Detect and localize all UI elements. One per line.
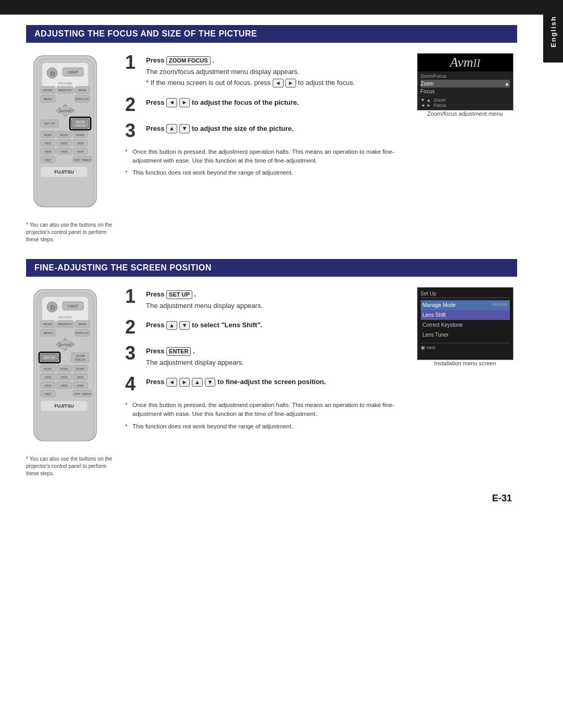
svg-text:VID4: VID4 xyxy=(44,150,52,153)
section1-remote-note: * You can also use the buttons on the pr… xyxy=(26,221,115,243)
section1-note2: This function does not work beyond the r… xyxy=(125,168,402,177)
svg-text:WIDE: WIDE xyxy=(78,89,87,92)
svg-text:VID2: VID2 xyxy=(60,376,68,379)
install-menu-bottom: ▣ next xyxy=(421,343,510,350)
remote2-image: ⏻ LIGHT PICTURE MODE MEMORY WIDE MENU DI… xyxy=(26,287,104,449)
s2-step1-label: Press xyxy=(146,290,164,298)
svg-text:VID1: VID1 xyxy=(44,376,52,379)
s2-step1-sub: The adjustment menu display appears. xyxy=(146,301,402,311)
svg-text:VID6: VID6 xyxy=(77,384,84,387)
section1-header: ADJUSTING THE FOCUS AND SIZE OF THE PICT… xyxy=(26,25,517,43)
down-btn4: ▼ xyxy=(205,378,216,387)
section1-body: ⏻ LIGHT PICTURE MODE MEMORY WIDE MENU DI… xyxy=(26,53,517,243)
svg-text:VID5: VID5 xyxy=(60,384,68,387)
svg-text:VID7: VID7 xyxy=(44,392,52,396)
install-item-managemode: Manage Mode Normal xyxy=(421,300,510,310)
s2-step3-content: Press ENTER . The adjustment display app… xyxy=(146,344,402,367)
svg-text:VID2: VID2 xyxy=(60,142,68,145)
svg-text:SET UP: SET UP xyxy=(44,122,55,125)
step1-num: 1 xyxy=(125,53,140,72)
install-item-lensshift: Lens Shift xyxy=(421,310,510,320)
svg-text:MENU: MENU xyxy=(43,331,53,335)
step3-rest: to adjust the size of the picture. xyxy=(192,125,293,132)
step2-label: Press xyxy=(146,98,164,106)
page-number: E-31 xyxy=(26,493,517,504)
svg-text:VID1: VID1 xyxy=(44,142,52,145)
zoom-menu-title: Zoom/Focus xyxy=(421,73,510,79)
install-menu-title: Set Up xyxy=(421,291,510,298)
step1-label: Press xyxy=(146,56,164,64)
svg-text:LIGHT: LIGHT xyxy=(68,304,79,308)
section2-note1: Once this button is pressed, the adjustm… xyxy=(125,401,402,419)
zoom-menu-label: Zoom/focus adjustment menu xyxy=(427,110,503,117)
svg-text:RGB3: RGB3 xyxy=(76,367,85,371)
step2-rest: to adjust the focus of the picture. xyxy=(192,98,299,106)
svg-text:RGB1: RGB1 xyxy=(44,133,53,137)
svg-text:FOCUS: FOCUS xyxy=(75,124,85,127)
svg-text:PICTURE: PICTURE xyxy=(58,316,72,319)
step1-period: . xyxy=(212,56,214,64)
s2-step2-num: 2 xyxy=(125,318,140,337)
svg-text:OFF TIMER: OFF TIMER xyxy=(74,392,91,396)
up-btn-s2: ▲ xyxy=(166,321,177,330)
svg-text:RGB1: RGB1 xyxy=(44,367,53,371)
section1-step1: 1 Press ZOOM FOCUS . The zoom/focus adju… xyxy=(125,53,402,88)
section2-step3: 3 Press ENTER . The adjustment display a… xyxy=(125,344,402,367)
install-menu-screen: Set Up Manage Mode Normal Lens Shift Cor… xyxy=(417,287,513,360)
zoom-menu-screen: AvmII Zoom/Focus Zoom ▲ Focus ▼ ▲ Zoom ◄… xyxy=(417,53,513,110)
up-btn3: ▲ xyxy=(166,124,177,133)
step2-num: 2 xyxy=(125,95,140,114)
svg-text:DISPLAY: DISPLAY xyxy=(76,97,89,101)
svg-text:SET UP: SET UP xyxy=(44,356,55,359)
s2-step3-num: 3 xyxy=(125,344,140,363)
section2-note2: This function does not work beyond the r… xyxy=(125,422,402,431)
section2-screen-col: Set Up Manage Mode Normal Lens Shift Cor… xyxy=(413,287,517,366)
enter-btn: ENTER xyxy=(166,347,191,356)
section2-remote-col: ⏻ LIGHT PICTURE MODE MEMORY WIDE MENU DI… xyxy=(26,287,115,477)
s2-step4-num: 4 xyxy=(125,375,140,393)
section1-screen-col: AvmII Zoom/Focus Zoom ▲ Focus ▼ ▲ Zoom ◄… xyxy=(413,53,517,117)
svg-text:VID4: VID4 xyxy=(44,384,52,387)
step3-label: Press xyxy=(146,125,164,132)
svg-text:VID5: VID5 xyxy=(60,150,68,153)
right-arrow-btn: ► xyxy=(285,79,296,88)
svg-text:VID7: VID7 xyxy=(44,158,52,162)
section2-step2: 2 Press ▲ ▼ to select "Lens Shift". xyxy=(125,318,402,337)
up-btn4: ▲ xyxy=(192,378,203,387)
svg-text:ZOOM: ZOOM xyxy=(76,120,85,124)
svg-text:RGB3: RGB3 xyxy=(76,133,85,137)
svg-text:VID3: VID3 xyxy=(77,142,84,145)
s2-step1-content: Press SET UP . The adjustment menu displ… xyxy=(146,287,402,311)
section2-remote-note: * You can also use the buttons on the pr… xyxy=(26,455,115,477)
zoom-menu-logo: AvmII xyxy=(418,54,513,71)
section2-body: ⏻ LIGHT PICTURE MODE MEMORY WIDE MENU DI… xyxy=(26,287,517,477)
step1-content: Press ZOOM FOCUS . The zoom/focus adjust… xyxy=(146,53,402,88)
svg-text:LIGHT: LIGHT xyxy=(68,70,79,74)
svg-text:VID3: VID3 xyxy=(77,376,84,379)
svg-text:⏻: ⏻ xyxy=(50,305,55,310)
section2-step4: 4 Press ◄ ► ▲ ▼ to fine-adjust the scree… xyxy=(125,375,402,393)
svg-text:DISPLAY: DISPLAY xyxy=(76,331,89,335)
zoom-row1: Zoom ▲ xyxy=(421,80,510,88)
section2-notes: Once this button is pressed, the adjustm… xyxy=(125,401,402,431)
section1-steps: 1 Press ZOOM FOCUS . The zoom/focus adju… xyxy=(125,53,402,180)
svg-text:FOCUS: FOCUS xyxy=(75,358,85,361)
down-btn3: ▼ xyxy=(179,124,190,133)
svg-text:MODE: MODE xyxy=(43,89,53,92)
s2-step2-label: Press xyxy=(146,321,164,329)
svg-text:ZOOM: ZOOM xyxy=(76,354,85,357)
section1-notes: Once this button is pressed, the adjustm… xyxy=(125,147,402,178)
svg-text:MEMORY: MEMORY xyxy=(58,323,72,326)
svg-text:MODE: MODE xyxy=(43,323,53,326)
zoom-focus-btn: ZOOM FOCUS xyxy=(166,56,211,65)
svg-text:ENTER: ENTER xyxy=(60,343,71,347)
step1-sub2: * If the menu screen is out of focus, pr… xyxy=(146,78,402,88)
step2-content: Press ◄ ► to adjust the focus of the pic… xyxy=(146,95,402,108)
logo-text: AvmII xyxy=(450,55,480,70)
english-tab: English xyxy=(543,0,563,63)
s2-step4-content: Press ◄ ► ▲ ▼ to fine-adjust the screen … xyxy=(146,375,402,387)
svg-text:PICTURE: PICTURE xyxy=(58,82,72,85)
zoom-menu-footer: Zoom/Focus Zoom ▲ Focus ▼ ▲ Zoom ◄ ► Foc… xyxy=(418,71,513,110)
step1-sub1: The zoom/focus adjustment menu display a… xyxy=(146,67,402,77)
zoom-row2: Focus xyxy=(421,88,510,95)
